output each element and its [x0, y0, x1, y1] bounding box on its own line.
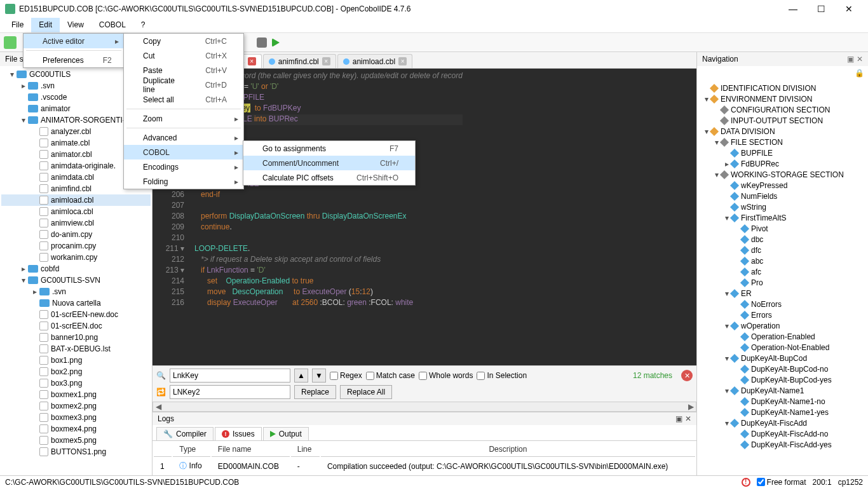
free-format-checkbox[interactable]: Free format [757, 478, 806, 487]
menu-active-editor[interactable]: Active editor▸ [24, 34, 124, 48]
nav-item[interactable]: ▾WORKING-STORAGE SECTION [698, 169, 867, 180]
file-item[interactable]: procanim.cpy [1, 240, 151, 252]
matchcase-checkbox[interactable]: Match case [366, 371, 415, 380]
nav-item[interactable]: dbc [698, 234, 867, 245]
nav-item[interactable]: CONFIGURATION SECTION [698, 104, 867, 115]
file-item[interactable]: animloca.cbl [1, 206, 151, 217]
search-next-button[interactable]: ▼ [312, 369, 326, 383]
nav-item[interactable]: DupKeyAlt-FiscAdd-yes [698, 439, 867, 450]
folder-item[interactable]: Nuova cartella [1, 297, 151, 309]
tab-close-icon[interactable]: × [248, 57, 256, 65]
search-close-button[interactable]: ✕ [681, 370, 693, 381]
nav-item[interactable]: Errors [698, 309, 867, 320]
nav-item[interactable]: abc [698, 255, 867, 266]
nav-item[interactable]: Pivot [698, 223, 867, 234]
file-item[interactable]: banner10.png [1, 332, 151, 343]
tab-issues[interactable]: !Issues [215, 427, 262, 440]
file-item[interactable]: boxmex1.png [1, 389, 151, 400]
folder-item[interactable]: ▾GC00UTILS-SVN [1, 274, 151, 286]
nav-item[interactable]: wKeyPressed [698, 180, 867, 191]
nav-item[interactable]: DupKeyAlt-Name1-no [698, 396, 867, 407]
nav-item[interactable]: BUPFILE [698, 147, 867, 158]
menu-item[interactable]: Comment/UncommentCtrl+/ [243, 156, 415, 170]
nav-item[interactable]: ▾ENVIRONMENT DIVISION [698, 93, 867, 104]
file-item[interactable]: 01-scrEEN-new.doc [1, 309, 151, 320]
menu-item[interactable]: Zoom▸ [124, 111, 243, 126]
tab-output[interactable]: Output [263, 427, 309, 440]
regex-checkbox[interactable]: Regex [330, 371, 362, 380]
tab-compiler[interactable]: 🔧Compiler [156, 427, 214, 440]
nav-undock-icon[interactable]: ▣ [847, 55, 854, 64]
nav-item[interactable]: NoErrors [698, 299, 867, 309]
menu-help[interactable]: ? [133, 18, 153, 32]
file-item[interactable]: boxmex3.png [1, 412, 151, 423]
file-item[interactable]: box2.png [1, 366, 151, 377]
nav-item[interactable]: ▾ER [698, 288, 867, 299]
menu-item[interactable]: Duplicate lineCtrl+D [124, 78, 243, 92]
menu-item[interactable]: CopyCtrl+C [124, 34, 243, 48]
nav-item[interactable]: Pro [698, 277, 867, 288]
menu-item[interactable]: Go to assignmentsF7 [243, 141, 415, 156]
replace-input[interactable] [170, 385, 290, 399]
search-prev-button[interactable]: ▲ [294, 369, 308, 383]
nav-item[interactable]: ▾DupKeyAlt-Name1 [698, 385, 867, 396]
nav-item[interactable]: ▾wOperation [698, 320, 867, 331]
file-item[interactable]: box3.png [1, 377, 151, 389]
menu-item[interactable]: CutCtrl+X [124, 48, 243, 63]
menu-item[interactable]: Advanced▸ [124, 130, 243, 145]
nav-item[interactable]: NumFields [698, 191, 867, 201]
nav-item[interactable]: INPUT-OUTPUT SECTION [698, 115, 867, 126]
nav-item[interactable]: afc [698, 266, 867, 277]
file-item[interactable]: BAT-x-DEBUG.lst [1, 343, 151, 355]
menu-edit[interactable]: Edit [31, 18, 60, 32]
nav-item[interactable]: wString [698, 201, 867, 212]
file-item[interactable]: boxmex2.png [1, 400, 151, 412]
menu-cobol[interactable]: COBOL [92, 18, 133, 32]
menu-item[interactable]: Select allCtrl+A [124, 92, 243, 107]
logs-undock-icon[interactable]: ▣ [675, 414, 682, 423]
nav-item[interactable]: Operation-Enabled [698, 331, 867, 342]
file-item[interactable]: boxmex4.png [1, 423, 151, 435]
nav-item[interactable]: DupKeyAlt-BupCod-no [698, 363, 867, 374]
file-item[interactable]: animload.cbl [1, 194, 151, 206]
nav-close-icon[interactable]: ✕ [857, 55, 863, 64]
editor-tab[interactable]: animfind.cbl× [263, 54, 336, 68]
close-button[interactable]: ✕ [835, 0, 863, 18]
replace-all-button[interactable]: Replace All [340, 385, 392, 399]
file-item[interactable]: animview.cbl [1, 217, 151, 229]
nav-item[interactable]: ▾FILE SECTION [698, 137, 867, 147]
inselection-checkbox[interactable]: In Selection [477, 371, 527, 380]
search-input[interactable] [170, 369, 290, 383]
wholewords-checkbox[interactable]: Whole words [419, 371, 473, 380]
file-item[interactable]: workanim.cpy [1, 252, 151, 263]
new-file-icon[interactable] [4, 36, 17, 49]
maximize-button[interactable]: ☐ [807, 0, 835, 18]
nav-item[interactable]: ▾FirstTimeAltS [698, 212, 867, 223]
file-item[interactable]: 01-scrEEN.doc [1, 320, 151, 332]
file-item[interactable]: BUTTONS1.png [1, 446, 151, 458]
nav-item[interactable]: Operation-Not-Enabled [698, 342, 867, 353]
run-icon[interactable] [272, 38, 280, 47]
menu-item[interactable]: Folding▸ [124, 174, 243, 189]
file-item[interactable]: boxmex5.png [1, 435, 151, 446]
editor-tab[interactable]: animload.cbl× [337, 54, 412, 68]
navigation-tree[interactable]: IDENTIFICATION DIVISION▾ENVIRONMENT DIVI… [697, 80, 868, 475]
menu-view[interactable]: View [60, 18, 92, 32]
nav-item[interactable]: ▸FdBUPRec [698, 158, 867, 169]
menu-preferences[interactable]: PreferencesF2 [24, 53, 124, 67]
nav-item[interactable]: ▾DupKeyAlt-FiscAdd [698, 417, 867, 428]
menu-file[interactable]: File [4, 18, 31, 32]
tab-close-icon[interactable]: × [322, 57, 330, 65]
status-warn-icon[interactable]: ! [742, 478, 750, 487]
nav-item[interactable]: DupKeyAlt-BupCod-yes [698, 374, 867, 385]
menu-item[interactable]: Encodings▸ [124, 159, 243, 174]
horizontal-scrollbar[interactable]: ◀▶ [153, 402, 696, 412]
tab-close-icon[interactable]: × [398, 57, 407, 65]
nav-item[interactable]: IDENTIFICATION DIVISION [698, 83, 867, 93]
menu-item[interactable]: Calculate PIC offsetsCtrl+Shift+O [243, 170, 415, 185]
logs-close-icon[interactable]: ✕ [685, 414, 691, 423]
nav-item[interactable]: DupKeyAlt-Name1-yes [698, 407, 867, 417]
nav-item[interactable]: ▾DATA DIVISION [698, 126, 867, 137]
table-row[interactable]: 1 ⓘ Info ED000MAIN.COB - Compilation suc… [154, 458, 695, 474]
minimize-button[interactable]: — [779, 0, 807, 18]
